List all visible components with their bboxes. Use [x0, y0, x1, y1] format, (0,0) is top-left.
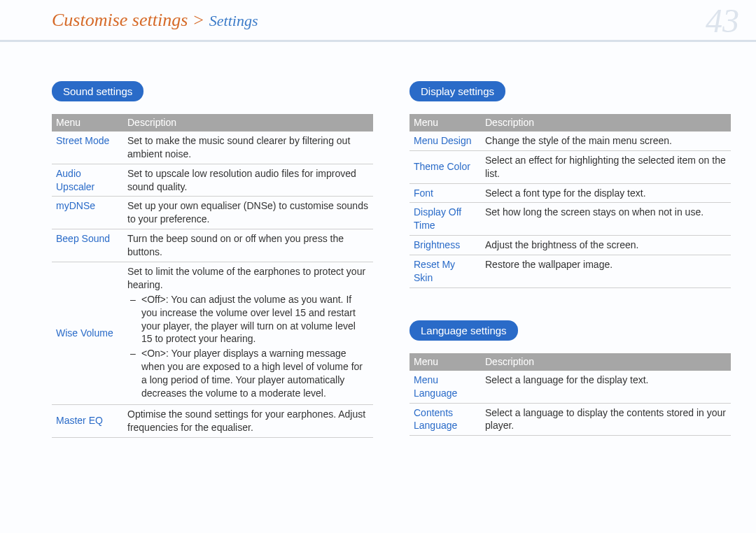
table-row: Display Off Time Set how long the screen… — [410, 203, 731, 236]
language-settings-section: Language settings Menu Description Menu … — [410, 320, 731, 436]
menu-name: Brightness — [410, 236, 481, 255]
table-row: Menu Design Change the style of the main… — [410, 132, 731, 150]
menu-description: Set to make the music sound clearer by f… — [123, 132, 373, 164]
menu-description: Change the style of the main menu screen… — [481, 132, 731, 150]
menu-name: Wise Volume — [52, 262, 123, 405]
wise-volume-intro: Set to limit the volume of the earphones… — [127, 265, 369, 292]
menu-description: Adjust the brightness of the screen. — [481, 236, 731, 255]
display-settings-title: Display settings — [410, 81, 505, 101]
menu-name: Menu Language — [410, 371, 481, 403]
breadcrumb-sub: Settings — [209, 12, 258, 29]
table-row: Street Mode Set to make the music sound … — [52, 132, 373, 164]
menu-description: Select a language for the display text. — [481, 371, 731, 403]
menu-name: Menu Design — [410, 132, 481, 150]
menu-name: Contents Language — [410, 403, 481, 436]
table-row: Beep Sound Turn the beep sound on or off… — [52, 229, 373, 262]
table-header-menu: Menu — [410, 114, 481, 132]
page-number: 43 — [706, 1, 739, 40]
left-column: Sound settings Menu Description Street M… — [52, 81, 373, 438]
menu-name: Audio Upscaler — [52, 164, 123, 197]
table-row: Contents Language Select a language to d… — [410, 403, 731, 436]
table-header-description: Description — [481, 353, 731, 371]
breadcrumb: Customise settings > Settings — [52, 10, 736, 31]
menu-description: Select an effect for highlighting the se… — [481, 150, 731, 183]
menu-description: Optimise the sound settings for your ear… — [123, 404, 373, 437]
display-settings-table: Menu Description Menu Design Change the … — [410, 114, 731, 288]
page-content: Sound settings Menu Description Street M… — [0, 42, 756, 438]
menu-name: Reset My Skin — [410, 255, 481, 288]
menu-name: Font — [410, 183, 481, 203]
table-header-description: Description — [123, 114, 373, 132]
menu-description: Turn the beep sound on or off when you p… — [123, 229, 373, 262]
table-header-menu: Menu — [410, 353, 481, 371]
wise-volume-off: <Off>: You can adjust the volume as you … — [130, 293, 369, 346]
table-header-description: Description — [481, 114, 731, 132]
display-settings-section: Display settings Menu Description Menu D… — [410, 81, 731, 288]
table-header-menu: Menu — [52, 114, 123, 132]
language-settings-title: Language settings — [410, 320, 518, 341]
table-row: myDNSe Set up your own equaliser (DNSe) … — [52, 197, 373, 229]
table-row: Menu Language Select a language for the … — [410, 371, 731, 403]
wise-volume-options: <Off>: You can adjust the volume as you … — [127, 293, 369, 400]
wise-volume-on: <On>: Your player displays a warning mes… — [130, 347, 369, 400]
table-row: Brightness Adjust the brightness of the … — [410, 236, 731, 255]
table-row: Theme Color Select an effect for highlig… — [410, 150, 731, 183]
breadcrumb-main: Customise settings > — [52, 10, 209, 30]
menu-name: Beep Sound — [52, 229, 123, 262]
table-row: Audio Upscaler Set to upscale low resolu… — [52, 164, 373, 197]
menu-name: Street Mode — [52, 132, 123, 164]
menu-description: Set to limit the volume of the earphones… — [123, 262, 373, 405]
menu-description: Set to upscale low resolution audio file… — [123, 164, 373, 197]
sound-settings-title: Sound settings — [52, 81, 144, 101]
menu-description: Restore the wallpaper image. — [481, 255, 731, 288]
menu-description: Set up your own equaliser (DNSe) to cust… — [123, 197, 373, 229]
menu-name: Display Off Time — [410, 203, 481, 236]
menu-description: Select a font type for the display text. — [481, 183, 731, 203]
menu-name: Theme Color — [410, 150, 481, 183]
page-header: Customise settings > Settings 43 — [0, 0, 756, 42]
table-row: Wise Volume Set to limit the volume of t… — [52, 262, 373, 405]
sound-settings-table: Menu Description Street Mode Set to make… — [52, 114, 373, 438]
sound-settings-section: Sound settings Menu Description Street M… — [52, 81, 373, 438]
menu-description: Set how long the screen stays on when no… — [481, 203, 731, 236]
menu-name: myDNSe — [52, 197, 123, 229]
table-row: Master EQ Optimise the sound settings fo… — [52, 404, 373, 437]
table-row: Reset My Skin Restore the wallpaper imag… — [410, 255, 731, 288]
menu-description: Select a language to display the content… — [481, 403, 731, 436]
right-column: Display settings Menu Description Menu D… — [410, 81, 731, 438]
menu-name: Master EQ — [52, 404, 123, 437]
table-row: Font Select a font type for the display … — [410, 183, 731, 203]
language-settings-table: Menu Description Menu Language Select a … — [410, 353, 731, 436]
